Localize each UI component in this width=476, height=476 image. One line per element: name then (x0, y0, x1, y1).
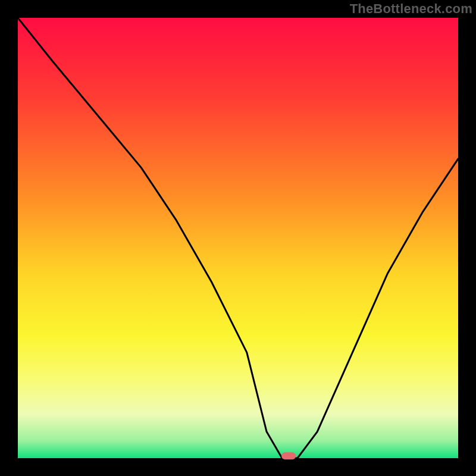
chart-svg (0, 0, 476, 476)
chart-frame: TheBottleneck.com (0, 0, 476, 476)
watermark-text: TheBottleneck.com (350, 1, 472, 17)
chart-gradient-bg (18, 18, 458, 458)
optimal-marker (281, 452, 296, 459)
